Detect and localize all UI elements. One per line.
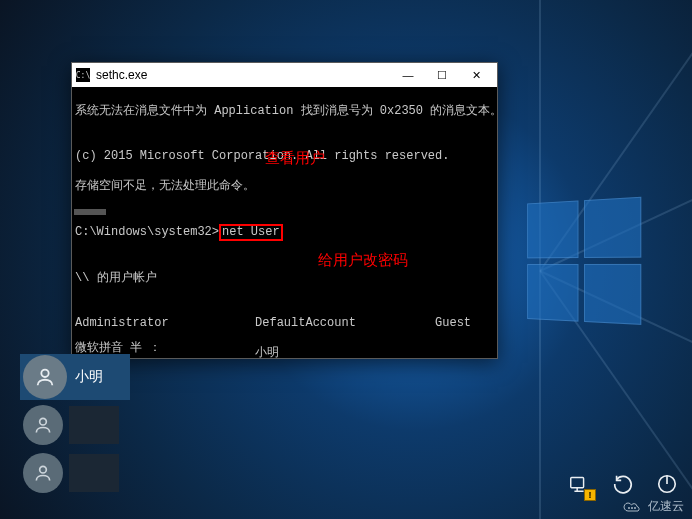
avatar-icon bbox=[23, 355, 67, 399]
svg-point-6 bbox=[628, 507, 629, 508]
minimize-button[interactable]: — bbox=[391, 63, 425, 87]
power-button[interactable] bbox=[654, 471, 680, 497]
term-line: 存储空间不足，无法处理此命令。 bbox=[75, 179, 494, 194]
svg-point-1 bbox=[40, 418, 47, 425]
svg-point-8 bbox=[634, 507, 635, 508]
obscured-name bbox=[69, 406, 119, 444]
windows-logo-squares bbox=[527, 196, 650, 334]
avatar-icon bbox=[23, 453, 63, 493]
terminal-body[interactable]: 系统无法在消息文件中为 Application 找到消息号为 0x2350 的消… bbox=[72, 87, 497, 358]
window-title: sethc.exe bbox=[96, 68, 391, 82]
obscured-name bbox=[69, 454, 119, 492]
user-list: 小明 bbox=[20, 354, 130, 498]
annotation-change-pwd: 给用户改密码 bbox=[318, 252, 408, 267]
svg-rect-3 bbox=[571, 478, 584, 488]
user-tile-active[interactable]: 小明 bbox=[20, 354, 130, 400]
user-tile[interactable] bbox=[20, 402, 130, 448]
close-button[interactable]: ✕ bbox=[459, 63, 493, 87]
user-tile[interactable] bbox=[20, 450, 130, 496]
warning-badge-icon: ! bbox=[584, 489, 596, 501]
cmd-icon: C:\ bbox=[76, 68, 90, 82]
term-line: 系统无法在消息文件中为 Application 找到消息号为 0x2350 的消… bbox=[75, 104, 494, 119]
term-line: Administrator DefaultAccount Guest bbox=[75, 316, 494, 331]
console-window: C:\ sethc.exe — ☐ ✕ 系统无法在消息文件中为 Applicat… bbox=[71, 62, 498, 359]
svg-point-7 bbox=[631, 507, 632, 508]
gray-artifact bbox=[74, 209, 106, 215]
titlebar[interactable]: C:\ sethc.exe — ☐ ✕ bbox=[72, 63, 497, 87]
maximize-button[interactable]: ☐ bbox=[425, 63, 459, 87]
svg-point-0 bbox=[41, 370, 48, 377]
svg-point-2 bbox=[40, 466, 47, 473]
annotation-view-user: 查看用户 bbox=[265, 150, 325, 165]
highlight-cmd1: net User bbox=[219, 224, 283, 241]
avatar-icon bbox=[23, 405, 63, 445]
lock-screen: C:\ sethc.exe — ☐ ✕ 系统无法在消息文件中为 Applicat… bbox=[0, 0, 692, 519]
power-row: ! bbox=[566, 471, 680, 497]
network-button[interactable]: ! bbox=[566, 471, 592, 497]
watermark-text: 亿速云 bbox=[648, 498, 684, 515]
term-line: \\ 的用户帐户 bbox=[75, 271, 494, 286]
user-name-label: 小明 bbox=[75, 368, 103, 386]
term-prompt: C:\Windows\system32> bbox=[75, 225, 219, 239]
term-line: C:\Windows\system32>net User bbox=[75, 224, 494, 241]
watermark: 亿速云 bbox=[622, 498, 684, 515]
ease-of-access-button[interactable] bbox=[610, 471, 636, 497]
